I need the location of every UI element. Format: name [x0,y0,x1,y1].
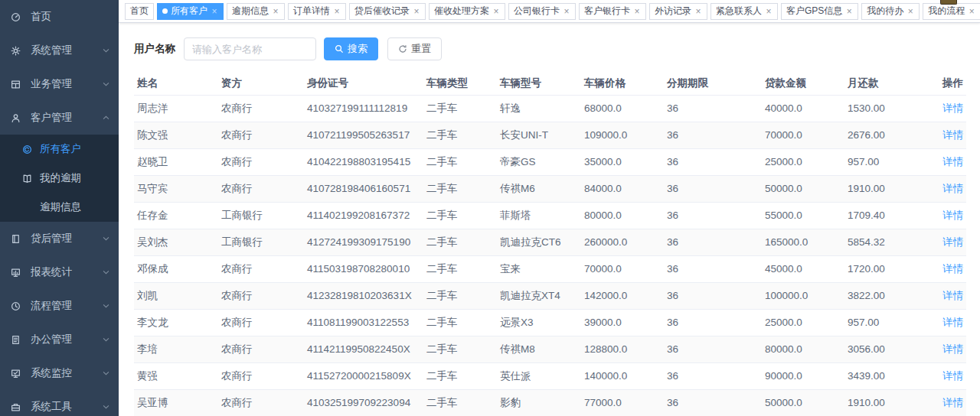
chevron-down-icon [103,405,109,409]
table-cell: 410325199709223094 [304,389,423,416]
sidebar-item-label: 客户管理 [31,111,103,125]
table-cell: 140000.0 [581,362,664,389]
sidebar-item-label: 系统工具 [31,400,103,414]
tab-订单详情[interactable]: 订单详情× [288,3,346,20]
detail-link[interactable]: 详情 [942,156,963,167]
detail-link[interactable]: 详情 [942,183,963,194]
close-icon[interactable]: × [563,7,570,16]
detail-link[interactable]: 详情 [942,397,963,408]
table-cell-actions: 详情 [936,148,966,175]
table-cell: 411402199208167372 [304,202,423,229]
sidebar-item-reports[interactable]: 报表统计 [0,255,119,289]
close-icon[interactable]: × [272,7,279,16]
grid-icon [11,80,22,89]
table-cell: 农商行 [218,389,304,416]
table-cell: 36 [664,389,762,416]
search-button[interactable]: 搜索 [324,37,378,60]
close-icon[interactable]: × [211,7,218,16]
reset-button[interactable]: 重置 [387,37,442,60]
tab-home[interactable]: 首页 [125,3,154,20]
column-header: 月还款 [844,72,936,95]
tab-催收处理方案[interactable]: 催收处理方案× [429,3,505,20]
chevron-down-icon [103,337,109,342]
table-row: 周志洋农商行410327199111112819二手车轩逸68000.03640… [134,95,966,122]
detail-link[interactable]: 详情 [942,290,963,301]
tab-我的流程[interactable]: 我的流程× [923,3,980,20]
column-header: 操作 [936,72,966,95]
table-cell: 55000.0 [762,202,844,229]
table-cell: 陈文强 [134,122,218,148]
user-avatar[interactable] [940,0,957,5]
sidebar-item-home[interactable]: 首页 [0,0,119,34]
sidebar-item-system[interactable]: 系统管理 [0,34,119,67]
detail-link[interactable]: 详情 [942,343,963,355]
sidebar-item-customers[interactable]: 客户管理 [0,101,119,135]
tab-label: 客户GPS信息 [786,5,842,18]
sidebar-item-process[interactable]: 流程管理 [0,289,119,323]
close-icon[interactable]: × [845,7,853,16]
detail-link[interactable]: 详情 [942,129,963,141]
table-row: 任存金工商银行411402199208167372二手车菲斯塔80000.036… [134,202,966,229]
table-cell: 410728198406160571 [304,175,423,202]
table-cell: 109000.0 [581,122,664,148]
tab-紧急联系人[interactable]: 紧急联系人× [710,3,778,20]
table-cell-actions: 详情 [936,336,966,362]
table-cell: 农商行 [218,309,304,336]
sidebar-item-my-overdue[interactable]: 我的逾期 [0,164,119,193]
close-icon[interactable]: × [333,7,341,16]
table-cell: 农商行 [218,336,304,362]
detail-link[interactable]: 详情 [942,370,963,382]
table-cell: 轩逸 [497,95,581,122]
tab-label: 客户银行卡 [584,5,630,18]
close-icon[interactable]: × [492,7,500,16]
table-cell: 农商行 [218,148,304,175]
tab-客户GPS信息[interactable]: 客户GPS信息× [781,3,858,20]
table-cell: 128800.0 [581,336,664,362]
sidebar-item-tools[interactable]: 系统工具 [0,390,119,416]
tab-所有客户[interactable]: 所有客户× [157,3,224,20]
table-cell: 刘凯 [134,282,218,309]
close-icon[interactable]: × [633,7,641,16]
table-cell: 36 [664,309,762,336]
sidebar-item-label: 所有客户 [40,142,109,156]
sidebar-item-post-loan[interactable]: 贷后管理 [0,222,119,255]
table-cell: 李文龙 [134,309,218,336]
table-cell: 3056.00 [844,336,936,362]
table-body: 周志洋农商行410327199111112819二手车轩逸68000.03640… [134,95,966,416]
tab-贷后催收记录[interactable]: 贷后催收记录× [349,3,426,20]
tab-label: 所有客户 [171,5,207,18]
detail-link[interactable]: 详情 [942,263,963,275]
sidebar-item-overdue-info[interactable]: 逾期信息 [0,193,119,222]
column-header: 车辆类型 [423,72,497,95]
tab-外访记录[interactable]: 外访记录× [649,3,707,20]
tab-我的待办[interactable]: 我的待办× [861,3,920,20]
table-row: 李文龙农商行411081199003122553二手车远景X339000.036… [134,309,966,336]
table-cell: 68000.0 [581,95,664,122]
detail-link[interactable]: 详情 [942,210,963,221]
customer-name-input[interactable] [184,37,316,60]
detail-link[interactable]: 详情 [942,317,963,328]
table-cell-actions: 详情 [936,362,966,389]
sidebar-item-all-customers[interactable]: 所有客户 [0,135,119,164]
close-icon[interactable]: × [906,7,914,16]
content-panel: 用户名称 搜索 重置 [119,23,980,416]
table-cell: 二手车 [423,202,497,229]
detail-link[interactable]: 详情 [942,102,963,114]
sidebar-item-label: 业务管理 [31,77,103,91]
table-cell: 411081199003122553 [304,309,423,336]
close-icon[interactable]: × [413,7,420,16]
sidebar-item-office[interactable]: 办公管理 [0,323,119,356]
table-cell: 传祺M6 [497,175,581,202]
close-icon[interactable]: × [765,7,773,16]
table-cell: 412724199309175190 [304,229,423,255]
close-icon[interactable]: × [694,7,702,16]
customers-icon [22,145,32,154]
tab-逾期信息[interactable]: 逾期信息× [227,3,285,20]
sidebar-item-business[interactable]: 业务管理 [0,67,119,101]
detail-link[interactable]: 详情 [942,236,963,248]
tab-公司银行卡[interactable]: 公司银行卡× [508,3,576,20]
sidebar-item-monitoring[interactable]: 系统监控 [0,356,119,390]
tab-客户银行卡[interactable]: 客户银行卡× [579,3,646,20]
close-icon[interactable]: × [968,7,975,16]
table-cell: 菲斯塔 [497,202,581,229]
